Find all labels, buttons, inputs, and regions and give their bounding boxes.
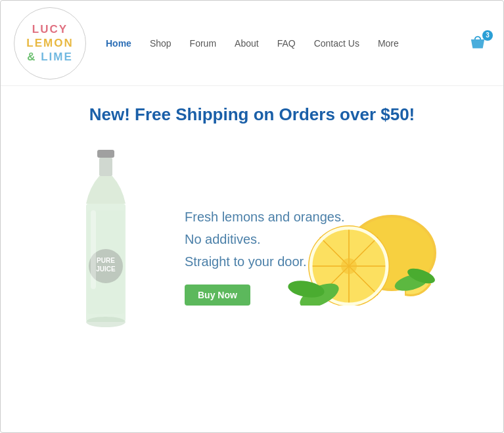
- nav-about[interactable]: About: [235, 38, 259, 49]
- buy-now-button[interactable]: Buy Now: [185, 285, 250, 306]
- fruit-illustration: [254, 174, 438, 306]
- cart-button[interactable]: 3: [467, 32, 490, 55]
- header: LUCY LEMON & LIME Home Shop Forum About …: [1, 1, 503, 86]
- nav-shop[interactable]: Shop: [150, 38, 172, 49]
- logo[interactable]: LUCY LEMON & LIME: [14, 7, 86, 80]
- promo-banner: New! Free Shipping on Orders over $50!: [1, 86, 503, 138]
- main-nav: Home Shop Forum About FAQ Contact Us Mor…: [106, 38, 467, 49]
- nav-more[interactable]: More: [378, 38, 399, 49]
- svg-point-3: [86, 317, 126, 327]
- svg-rect-8: [91, 210, 96, 289]
- svg-text:JUICE: JUICE: [96, 265, 116, 273]
- nav-faq[interactable]: FAQ: [277, 38, 296, 49]
- nav-forum[interactable]: Forum: [190, 38, 216, 49]
- bottle-illustration: PURE JUICE: [53, 145, 158, 355]
- hero-section: PURE JUICE Fresh lemons and oranges. No …: [1, 138, 503, 361]
- nav-home[interactable]: Home: [106, 38, 131, 49]
- nav-contact[interactable]: Contact Us: [314, 38, 359, 49]
- cart-badge: 3: [482, 30, 493, 41]
- svg-rect-0: [97, 150, 114, 158]
- svg-rect-1: [99, 158, 112, 176]
- svg-text:PURE: PURE: [97, 257, 115, 264]
- svg-point-17: [341, 258, 357, 274]
- banner-heading: New! Free Shipping on Orders over $50!: [14, 104, 490, 125]
- logo-text: LUCY LEMON & LIME: [26, 22, 73, 64]
